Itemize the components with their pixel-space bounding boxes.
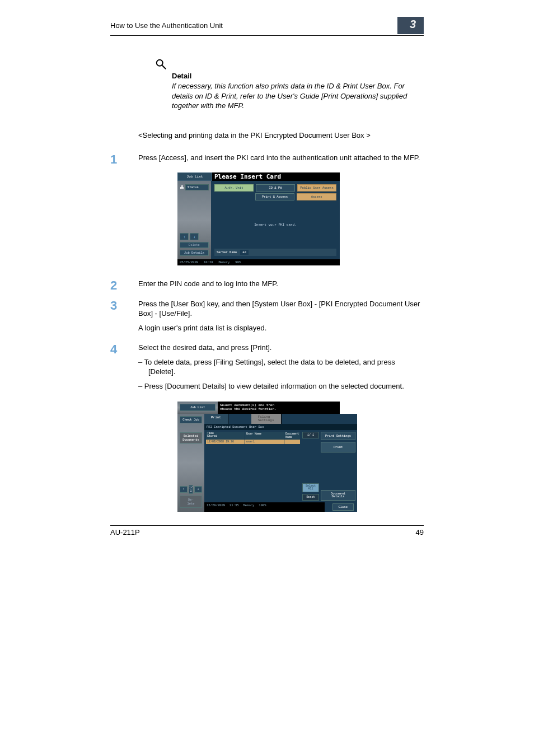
public-user-access-tab[interactable]: Public User Access (297, 184, 336, 192)
check-job-button[interactable]: Check Job (180, 416, 202, 423)
server-name-label: Server Name (217, 250, 237, 254)
screen-title: Please Insert Card (212, 172, 340, 181)
print-settings-button[interactable]: Print Settings (321, 432, 355, 440)
col-document-name: Document Name (284, 432, 301, 440)
step-text: Select the desired data, and press [Prin… (138, 343, 424, 353)
print-tab[interactable]: Print (204, 414, 228, 424)
page-indicator: 1/ 1 (302, 432, 319, 438)
arrow-down-icon[interactable]: ↓ (190, 233, 199, 240)
arrow-up-icon[interactable]: ↑ (180, 233, 189, 240)
footer-page-number: 49 (416, 528, 424, 536)
step-2: 2 Enter the PIN code and to log into the… (110, 279, 424, 293)
detail-text: If necessary, this function also prints … (172, 81, 424, 111)
col-user-name: User Name (245, 432, 284, 440)
step-3: 3 Press the [User Box] key, and then [Sy… (110, 299, 424, 338)
print-access-button[interactable]: Print & Access (255, 193, 295, 200)
insert-card-message: Insert your PKI card. (214, 200, 336, 249)
footer-memory-label: Memory (219, 260, 230, 264)
step-1: 1 Press [Access], and insert the PKI car… (110, 153, 424, 167)
section-subtitle: <Selecting and printing data in the PKI … (138, 131, 424, 139)
step-text: Press the [User Box] key, and then [Syst… (138, 299, 424, 319)
footer-memory-value: 90% (235, 260, 241, 264)
reset-button[interactable]: Reset (302, 494, 319, 501)
id-pw-tab[interactable]: ID & PW (256, 184, 295, 192)
status-button[interactable]: Status (185, 184, 209, 190)
step-number: 2 (110, 279, 138, 293)
arrow-down-icon[interactable]: ↓ (194, 486, 202, 493)
step-text: Press [Access], and insert the PKI card … (138, 153, 424, 163)
footer-memory-value: 100% (259, 503, 266, 511)
svg-point-0 (157, 60, 163, 66)
page-indicator: 1/ 1 (189, 485, 193, 494)
delete-button[interactable]: Delete (180, 242, 209, 248)
detail-label: Detail (172, 72, 424, 80)
cell-time: 12/03/2008 19:26 (206, 440, 245, 444)
step-text: A login user's print data list is displa… (138, 323, 424, 333)
header-title: How to Use the Authentication Unit (110, 21, 223, 30)
cell-user: user1 (245, 440, 284, 444)
step-number: 4 (110, 343, 138, 395)
job-list-tab[interactable]: Job List (177, 172, 212, 181)
detail-block: Detail If necessary, this function also … (155, 58, 424, 111)
server-name-value: ad (240, 250, 249, 255)
screenshot-insert-card: Job List Please Insert Card 🖶 Status ↑ ↓ (177, 172, 424, 265)
print-button[interactable]: Print (321, 442, 355, 452)
step-text: Enter the PIN code and to log into the M… (138, 279, 424, 289)
document-list: Time Stored User Name Document Name 12/0… (206, 432, 301, 501)
chapter-badge: 3 (397, 17, 424, 34)
magnifier-icon (155, 58, 167, 71)
step-subtext: – Press [Document Details] to view detai… (138, 381, 424, 391)
footer-time: 10:28 (204, 260, 213, 264)
selected-documents-label: Selected Documents (180, 432, 202, 444)
printer-icon: 🖶 (180, 185, 184, 190)
select-all-button[interactable]: Select All (302, 483, 319, 492)
job-details-button[interactable]: Job Details (180, 250, 209, 256)
document-details-button[interactable]: Document Details (321, 490, 355, 501)
box-header: PKI Encripted Document User Box (204, 424, 357, 430)
footer-date: 05/25/2009 (180, 260, 198, 264)
step-number: 1 (110, 153, 138, 167)
col-time-stored: Time Stored (206, 432, 245, 440)
screen-title: Select document(s) and then choose the d… (218, 402, 340, 414)
footer-memory-label: Memory (243, 503, 255, 511)
step-number: 3 (110, 299, 138, 338)
arrow-up-icon[interactable]: ↑ (180, 486, 188, 493)
job-list-tab[interactable]: Job List (180, 404, 216, 411)
list-item[interactable]: 12/03/2008 19:26 user1 (206, 440, 301, 444)
footer-model: AU-211P (110, 528, 140, 536)
access-button[interactable]: Access (297, 193, 336, 200)
screenshot-user-box: Job List Select document(s) and then cho… (177, 402, 424, 512)
footer-time: 21:35 (229, 503, 239, 511)
page-header: How to Use the Authentication Unit 3 (110, 17, 424, 36)
close-button[interactable]: Close (332, 503, 354, 511)
step-4: 4 Select the desired data, and press [Pr… (110, 343, 424, 395)
footer-date: 12/29/2009 (207, 503, 225, 511)
step-subtext: – To delete data, press [Filing Settings… (138, 357, 424, 377)
page-footer: AU-211P 49 (110, 525, 424, 536)
auth-unit-tab[interactable]: Auth. Unit (214, 184, 254, 192)
delete-button[interactable]: De-lete (180, 496, 202, 508)
filing-settings-tab[interactable]: Filing Settings (251, 414, 282, 424)
svg-line-1 (162, 66, 166, 69)
